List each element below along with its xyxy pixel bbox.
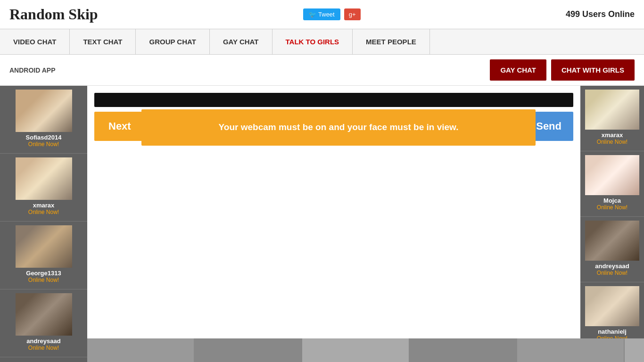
main-layout: Sofiasd2014 Online Now! xmarax Online No… (0, 86, 644, 362)
user-status: Online Now! (597, 270, 627, 276)
user-name: Mojca (603, 197, 621, 204)
next-button[interactable]: Next (94, 112, 145, 141)
user-status: Online Now! (28, 141, 59, 148)
chat-with-girls-button[interactable]: CHAT WITH GIRLS (551, 59, 635, 81)
avatar (585, 286, 639, 326)
thumb-2 (195, 338, 301, 362)
user-name: xmarax (33, 202, 55, 209)
header-center: 🐦 Tweet g+ (303, 8, 361, 20)
left-sidebar-user-1[interactable]: xmarax Online Now! (0, 154, 87, 222)
user-status: Online Now! (28, 277, 59, 283)
avatar (585, 155, 639, 195)
user-name: George1313 (26, 270, 61, 277)
avatar (16, 90, 72, 132)
nav-gay-chat[interactable]: GAY CHAT (210, 29, 272, 54)
right-sidebar-user-1[interactable]: Mojca Online Now! (580, 151, 644, 217)
gay-chat-button[interactable]: GAY CHAT (490, 59, 546, 81)
user-name: andreysaad (26, 337, 60, 345)
user-status: Online Now! (28, 209, 59, 215)
right-sidebar-user-2[interactable]: andreysaad Online Now! (580, 217, 644, 282)
thumb-3 (302, 338, 409, 362)
left-sidebar-user-3[interactable]: andreysaad Online Now! (0, 289, 87, 357)
user-name: Sofiasd2014 (26, 134, 62, 141)
user-status: Online Now! (597, 139, 627, 145)
webcam-warning: Your webcam must be on and your face mus… (141, 109, 536, 146)
video-bar (94, 93, 573, 107)
thumb-5 (517, 338, 624, 362)
gplus-button[interactable]: g+ (344, 8, 361, 20)
header: Random Skip 🐦 Tweet g+ 499 Users Online (0, 0, 644, 29)
avatar (585, 221, 639, 261)
nav-meet-people[interactable]: MEET PEOPLE (353, 29, 430, 54)
twitter-icon: 🐦 (309, 11, 316, 18)
message-row: Next Send Your webcam must be on and you… (94, 112, 573, 141)
nav-group-chat[interactable]: GROUP CHAT (136, 29, 209, 54)
tweet-button[interactable]: 🐦 Tweet (303, 8, 340, 20)
secondary-nav: ANDROID APP GAY CHAT CHAT WITH GIRLS (0, 55, 644, 86)
android-app-link[interactable]: ANDROID APP (9, 66, 56, 74)
right-sidebar-user-0[interactable]: xmarax Online Now! (580, 86, 644, 151)
nav-text-chat[interactable]: TEXT CHAT (70, 29, 136, 54)
nav-talk-to-girls[interactable]: TALK TO GIRLS (272, 29, 353, 54)
primary-nav: VIDEO CHAT TEXT CHAT GROUP CHAT GAY CHAT… (0, 29, 644, 55)
user-status: Online Now! (597, 204, 627, 211)
avatar (16, 293, 72, 336)
users-online-count: 499 Users Online (566, 9, 635, 19)
right-sidebar: xmarax Online Now! Mojca Online Now! and… (580, 86, 644, 362)
left-sidebar-user-0[interactable]: Sofiasd2014 Online Now! (0, 86, 87, 154)
user-name: xmarax (602, 132, 623, 139)
bottom-thumbnails (87, 338, 644, 362)
thumb-4 (410, 338, 516, 362)
thumb-1 (87, 338, 194, 362)
user-status: Online Now! (28, 345, 59, 351)
avatar (585, 90, 639, 130)
user-name: nathanielj (598, 328, 627, 335)
nav-video-chat[interactable]: VIDEO CHAT (0, 29, 70, 54)
thumb-6 (625, 338, 644, 362)
left-sidebar: Sofiasd2014 Online Now! xmarax Online No… (0, 86, 87, 362)
avatar (16, 157, 72, 200)
logo: Random Skip (9, 6, 98, 23)
left-sidebar-user-2[interactable]: George1313 Online Now! (0, 222, 87, 289)
user-name: andreysaad (595, 263, 629, 270)
chat-area: Next Send Your webcam must be on and you… (87, 86, 580, 362)
avatar (16, 225, 72, 268)
